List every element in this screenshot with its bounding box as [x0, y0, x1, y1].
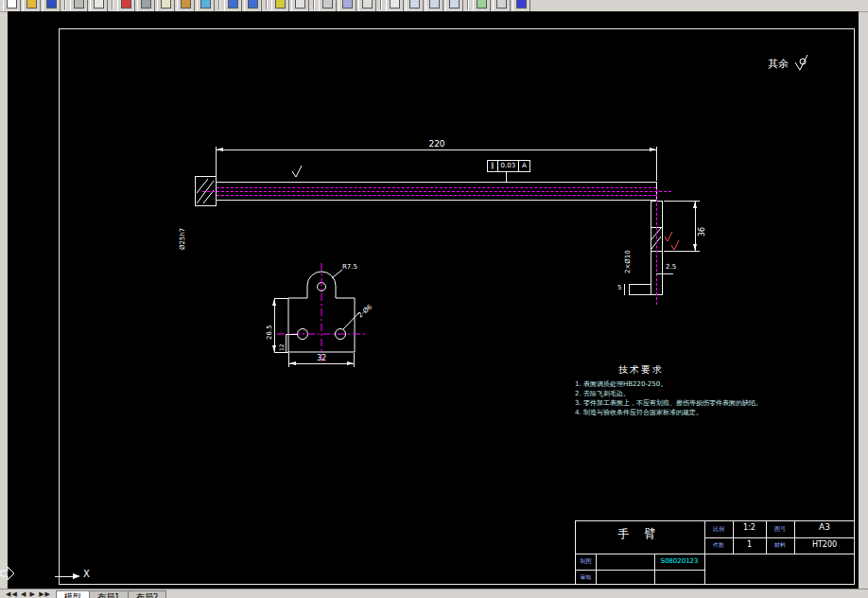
arrowhead	[693, 244, 697, 251]
toolbar-separator	[467, 0, 469, 9]
tab-layout1[interactable]: 布局1	[89, 590, 129, 598]
scroll-left-arrow-icon[interactable]	[0, 566, 15, 581]
title-block-line	[575, 554, 855, 554]
ext-line	[286, 334, 298, 335]
sheet-border	[59, 28, 855, 585]
drafter-label: 制图	[576, 558, 596, 564]
dim-height: 36	[699, 227, 706, 237]
checker-label: 审核	[576, 574, 596, 580]
ext-line	[664, 251, 700, 252]
tech-req-item: 2. 去除飞刺毛边。	[575, 391, 840, 397]
surplus-label: 其余	[768, 59, 789, 69]
layout-tabbar: ◀◀ ◀ ▶ ▶▶ 模型 布局1 布局2	[0, 589, 868, 598]
dim-thickness: 2.5	[666, 264, 676, 271]
dim-length: 220	[419, 140, 455, 149]
toolbar-separator	[112, 0, 113, 9]
edge-line	[629, 294, 651, 295]
ucs-arrow-icon	[73, 573, 80, 579]
edge-line	[629, 284, 651, 285]
cad-application-window: 其余 220 ∥ 0.03 A	[0, 0, 868, 598]
hidden-line	[217, 195, 656, 196]
dim-width: 32	[312, 355, 331, 362]
tab-layout2[interactable]: 布局2	[128, 590, 167, 598]
dim-hole-offset: 12	[279, 343, 285, 351]
title-block-line	[704, 537, 855, 538]
ext-line	[656, 147, 657, 181]
sheet-size: A3	[795, 523, 854, 532]
tab-nav-arrows[interactable]: ◀◀ ◀ ▶ ▶▶	[6, 590, 51, 598]
arrowhead	[650, 148, 656, 151]
tech-req-item: 3. 零件加工表面上，不应有划痕、擦伤等损伤零件表面的缺陷。	[575, 400, 840, 407]
holes-label: 2×Ø10	[625, 250, 632, 273]
title-block-line	[575, 570, 704, 571]
ucs-axis-line	[55, 576, 74, 577]
tech-req-item: 1. 表面调质处理HB220-250。	[575, 381, 840, 388]
tolerance-frame: ∥ 0.03 A	[487, 160, 530, 172]
dim-line	[216, 150, 657, 150]
drawing-canvas[interactable]: 其余 220 ∥ 0.03 A	[8, 11, 859, 589]
scale-value: 1:2	[734, 524, 765, 532]
tolerance-symbol: ∥	[488, 161, 497, 171]
ext-line	[354, 353, 355, 367]
tolerance-value: 0.03	[497, 161, 519, 171]
dim-radius: R7.5	[342, 264, 357, 271]
ext-line	[274, 298, 288, 299]
leader-line	[506, 172, 507, 182]
drawing-number: S08020123	[655, 558, 703, 565]
arrowhead	[272, 299, 276, 306]
leader-line	[656, 273, 673, 274]
dim-foot: 5	[617, 285, 621, 291]
tech-req-title: 技术要求	[618, 365, 664, 375]
arrowhead	[347, 361, 354, 365]
hidden-line	[217, 187, 656, 188]
material-label: 材料	[767, 542, 793, 548]
toolbar-separator	[380, 0, 382, 9]
tolerance-datum: A	[518, 161, 529, 171]
dim-shaft: Ø25h7	[180, 228, 186, 250]
arrowhead	[272, 345, 276, 352]
roughness-icon	[793, 53, 812, 72]
qty-value: 1	[734, 541, 765, 549]
centerline	[656, 189, 657, 305]
arrowhead	[217, 148, 223, 151]
roughness-icon	[670, 239, 680, 251]
part-name: 手 臂	[575, 528, 704, 539]
arrowhead	[289, 361, 296, 365]
centerline	[202, 191, 671, 192]
title-block-line	[575, 520, 855, 521]
dim-line	[624, 284, 625, 295]
toolbar-separator	[313, 0, 315, 9]
arrowhead	[693, 202, 697, 208]
tech-req-list: 1. 表面调质处理HB220-250。 2. 去除飞刺毛边。 3. 零件加工表面…	[575, 381, 840, 416]
dim-line	[274, 298, 275, 352]
material-value: HT200	[795, 541, 854, 549]
tab-model[interactable]: 模型	[56, 590, 90, 598]
qty-label: 件数	[705, 542, 732, 548]
ucs-x-label: X	[83, 570, 90, 579]
ext-line	[216, 147, 217, 181]
toolbar-separator	[266, 0, 268, 9]
toolbar-separator	[64, 0, 66, 9]
roughness-icon	[291, 165, 303, 179]
dim-height: 28.5	[267, 325, 273, 340]
sheet-label: 图号	[767, 526, 793, 532]
tech-req-item: 4. 制造与验收条件应符合国家标准的规定。	[575, 410, 840, 416]
edge-line	[629, 284, 630, 295]
dim-line	[288, 363, 355, 364]
ext-line	[274, 352, 288, 353]
dim-line	[286, 334, 286, 352]
toolbar-separator	[218, 0, 220, 9]
scale-label: 比例	[705, 526, 732, 532]
